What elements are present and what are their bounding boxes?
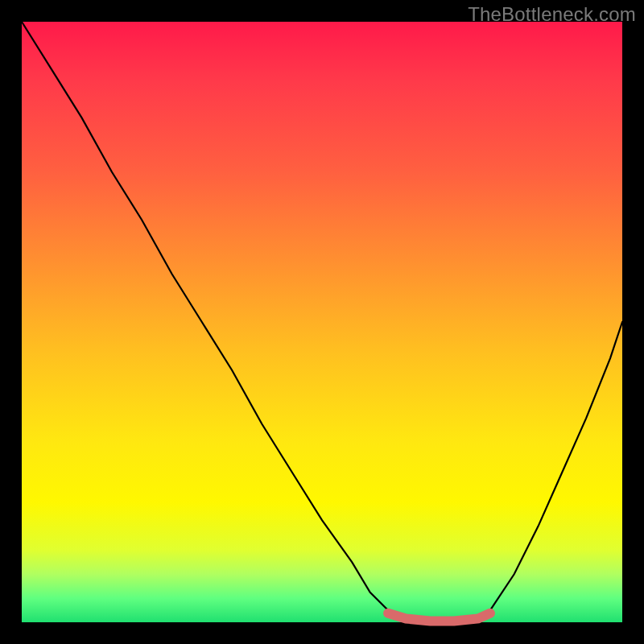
watermark-text: TheBottleneck.com xyxy=(468,3,636,26)
bottleneck-curve xyxy=(22,22,622,622)
optimal-range-marker xyxy=(388,613,490,621)
chart-svg xyxy=(22,22,622,622)
